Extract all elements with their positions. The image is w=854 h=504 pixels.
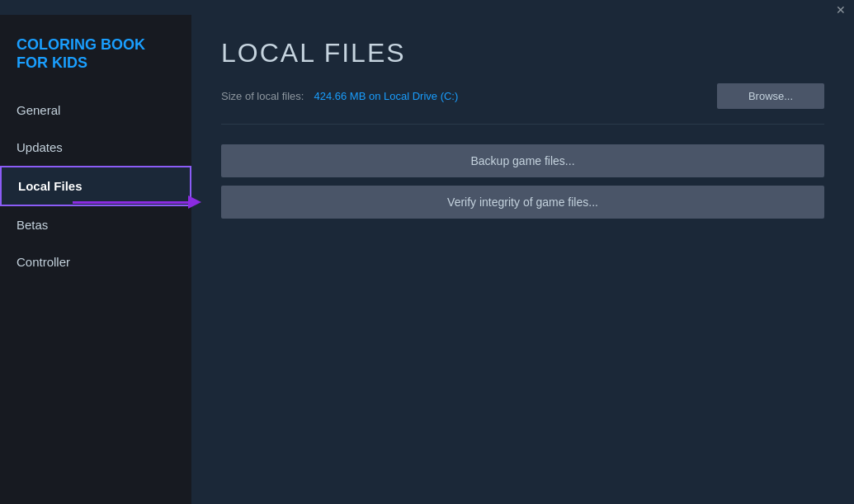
sidebar-item-controller[interactable]: Controller	[0, 243, 191, 280]
sidebar-item-updates[interactable]: Updates	[0, 129, 191, 166]
close-button[interactable]: ✕	[834, 3, 847, 16]
verify-wrapper: Verify integrity of game files...	[221, 186, 824, 219]
sidebar-item-general[interactable]: General	[0, 92, 191, 129]
game-title: COLORING BOOKFOR KIDS	[0, 23, 191, 92]
file-size-value: 424.66 MB on Local Drive (C:)	[314, 90, 458, 102]
file-size-row: Size of local files: 424.66 MB on Local …	[221, 83, 824, 125]
verify-button[interactable]: Verify integrity of game files...	[221, 186, 824, 219]
file-size-label: Size of local files:	[221, 90, 304, 102]
content-area: LOCAL FILES Size of local files: 424.66 …	[191, 15, 854, 504]
arrow-annotation	[73, 195, 201, 209]
arrow-head	[188, 195, 201, 209]
app-window: ✕ COLORING BOOKFOR KIDS General Updates …	[0, 0, 854, 504]
sidebar: COLORING BOOKFOR KIDS General Updates Lo…	[0, 15, 191, 504]
sidebar-item-betas[interactable]: Betas	[0, 206, 191, 243]
backup-button[interactable]: Backup game files...	[221, 144, 824, 177]
arrow-line	[73, 201, 188, 204]
action-buttons: Backup game files... Verify integrity of…	[221, 144, 824, 219]
page-title: LOCAL FILES	[221, 38, 824, 68]
browse-button[interactable]: Browse...	[717, 83, 824, 109]
main-layout: COLORING BOOKFOR KIDS General Updates Lo…	[0, 0, 854, 504]
